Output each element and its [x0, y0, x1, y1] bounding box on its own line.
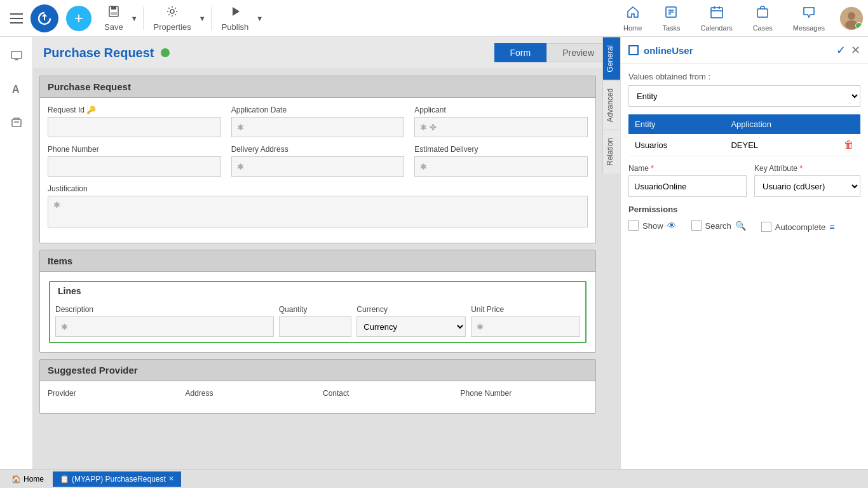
- justification-input[interactable]: ✱: [48, 196, 588, 227]
- phone-number-input[interactable]: [48, 156, 221, 177]
- quantity-label: Quantity: [279, 305, 352, 314]
- tasks-icon: [664, 5, 678, 23]
- items-body: Lines Description ✱ Quantit: [40, 272, 595, 352]
- unit-price-input[interactable]: ✱: [471, 316, 580, 337]
- properties-icon: [166, 5, 179, 21]
- toolbar: + Save ▼ Properties ▼: [0, 0, 868, 37]
- form-row-3: Justification ✱: [48, 184, 588, 227]
- main-layout: A Purchase Request Form Preview Pu: [0, 37, 868, 469]
- properties-dropdown[interactable]: ▼: [199, 15, 206, 22]
- purchase-request-tab[interactable]: 📋 (MYAPP) PurchaseRequest ✕: [53, 471, 181, 487]
- permissions-label: Permissions: [628, 205, 860, 214]
- show-checkbox[interactable]: [628, 220, 639, 231]
- page-title: Purchase Request: [43, 46, 154, 60]
- svg-point-6: [170, 10, 174, 13]
- quantity-input[interactable]: [279, 316, 352, 337]
- hamburger-button[interactable]: [5, 7, 28, 30]
- autocomplete-checkbox[interactable]: [761, 222, 771, 232]
- panel-title: onlineUser: [644, 45, 831, 56]
- request-id-input[interactable]: [48, 117, 221, 137]
- save-dropdown[interactable]: ▼: [131, 15, 138, 22]
- nav-cases[interactable]: Cases: [748, 3, 778, 34]
- autocomplete-label: Autocomplete: [775, 222, 826, 232]
- avatar[interactable]: [840, 7, 863, 30]
- svg-rect-0: [10, 13, 23, 15]
- sidebar-icon-text[interactable]: A: [5, 78, 28, 100]
- home-icon-bottom: 🏠: [11, 475, 21, 484]
- description-label: Description: [55, 305, 274, 314]
- description-input[interactable]: ✱: [55, 316, 274, 337]
- nav-home[interactable]: Home: [618, 3, 647, 34]
- items-section: Items Lines Description ✱: [39, 250, 596, 353]
- sidebar-icon-monitor[interactable]: [5, 44, 28, 67]
- panel-close-icon[interactable]: ✕: [851, 43, 860, 57]
- name-input[interactable]: [628, 175, 747, 197]
- panel-header: onlineUser ✓ ✕: [621, 37, 868, 64]
- online-checkbox[interactable]: [628, 45, 639, 55]
- purchase-request-section: Purchase Request Request Id 🔑 Applicatio…: [39, 76, 596, 243]
- values-from-label: Values obtained from :: [628, 72, 860, 81]
- field-estimated-delivery: Estimated Delivery ✱: [414, 145, 588, 177]
- panel-body: Values obtained from : Entity Entity App…: [621, 64, 868, 469]
- currency-select[interactable]: Currency: [356, 316, 466, 337]
- field-justification: Justification ✱: [48, 184, 588, 227]
- vertical-tabs: General Advanced Relation: [602, 37, 620, 173]
- search-label: Search: [705, 221, 731, 231]
- name-field: Name *: [628, 164, 747, 197]
- home-tab[interactable]: 🏠 Home: [5, 473, 50, 485]
- list-icon: ≡: [829, 222, 834, 232]
- entity-select[interactable]: Entity: [628, 85, 860, 107]
- delete-row-icon[interactable]: 🗑: [844, 139, 854, 150]
- key-attr-field: Key Attribute * Usuario (cdUser): [754, 164, 860, 197]
- estimated-delivery-input[interactable]: ✱: [414, 156, 588, 177]
- phone-label: Phone Number: [461, 389, 588, 398]
- col-quantity: Quantity: [279, 305, 352, 337]
- field-applicant: Applicant ✱ ✤: [414, 105, 588, 137]
- nav-tasks[interactable]: Tasks: [657, 3, 685, 34]
- svg-rect-1: [10, 18, 23, 19]
- search-checkbox[interactable]: [691, 220, 702, 231]
- nav-calendars[interactable]: Calendars: [696, 3, 738, 34]
- v-tab-advanced[interactable]: Advanced: [603, 80, 620, 130]
- panel-confirm-icon[interactable]: ✓: [836, 43, 846, 57]
- name-row: Name * Key Attribute * Usuario (cdUser): [628, 164, 860, 197]
- request-id-label: Request Id 🔑: [48, 105, 221, 114]
- svg-point-19: [845, 20, 858, 29]
- tab-preview[interactable]: Preview: [546, 43, 610, 62]
- purchase-request-body: Request Id 🔑 Application Date ✱: [40, 98, 595, 243]
- svg-rect-20: [11, 51, 22, 58]
- save-action[interactable]: Save: [99, 3, 128, 34]
- items-header: Items: [40, 250, 595, 272]
- tab-close-icon[interactable]: ✕: [168, 475, 174, 483]
- svg-rect-5: [111, 12, 117, 15]
- form-area: Purchase Request Form Preview Purchase R…: [33, 37, 620, 469]
- field-delivery-address: Delivery Address ✱: [231, 145, 405, 177]
- cases-icon: [756, 5, 770, 23]
- applicant-input[interactable]: ✱ ✤: [414, 117, 588, 137]
- application-cell: DEYEL: [724, 134, 837, 156]
- eye-icon: 👁: [667, 220, 676, 231]
- name-label: Name *: [628, 164, 747, 173]
- publish-action[interactable]: Publish: [217, 3, 254, 34]
- v-tab-general[interactable]: General: [603, 37, 620, 80]
- form-content: Purchase Request Request Id 🔑 Applicatio…: [33, 69, 620, 426]
- properties-action[interactable]: Properties: [149, 3, 196, 34]
- application-date-input[interactable]: ✱: [231, 117, 405, 137]
- delivery-address-input[interactable]: ✱: [231, 156, 405, 177]
- lines-header: Lines: [50, 282, 585, 300]
- key-attr-select[interactable]: Usuario (cdUser): [754, 175, 860, 197]
- perm-search: Search 🔍: [691, 219, 746, 232]
- estimated-delivery-label: Estimated Delivery: [414, 145, 588, 154]
- add-button[interactable]: +: [66, 6, 92, 31]
- col-description: Description ✱: [55, 305, 274, 337]
- v-tab-relation[interactable]: Relation: [603, 130, 620, 173]
- nav-messages[interactable]: Messages: [788, 3, 830, 34]
- publish-dropdown[interactable]: ▼: [256, 15, 263, 22]
- provider-label: Provider: [48, 389, 175, 398]
- application-col-header: Application: [724, 114, 837, 134]
- suggested-provider-section: Suggested Provider Provider Address Cont…: [39, 359, 596, 414]
- tab-form[interactable]: Form: [494, 43, 547, 62]
- logo-button[interactable]: [31, 4, 58, 32]
- applicant-label: Applicant: [414, 105, 588, 114]
- sidebar-icon-package[interactable]: [5, 111, 28, 133]
